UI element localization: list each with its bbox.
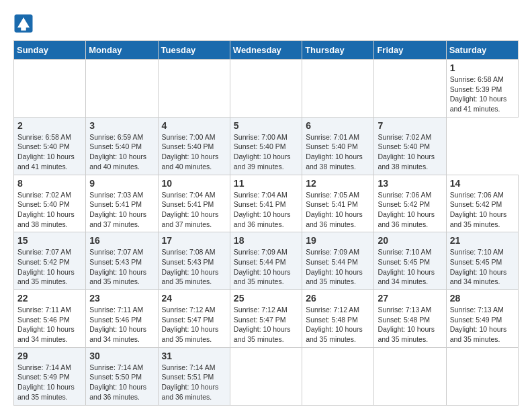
cell-info: Sunrise: 7:11 AMSunset: 5:46 PMDaylight:… [89,305,154,345]
calendar-cell: 15 Sunrise: 7:07 AMSunset: 5:42 PMDaylig… [14,232,86,290]
calendar-header-row: SundayMondayTuesdayWednesdayThursdayFrid… [14,41,519,60]
calendar-week-row: 15 Sunrise: 7:07 AMSunset: 5:42 PMDaylig… [14,232,519,290]
calendar-cell: 27 Sunrise: 7:13 AMSunset: 5:48 PMDaylig… [374,290,446,348]
day-number: 16 [89,235,154,246]
calendar-cell [374,347,446,405]
calendar-cell: 21 Sunrise: 7:10 AMSunset: 5:45 PMDaylig… [446,232,518,290]
calendar-cell: 10 Sunrise: 7:04 AMSunset: 5:41 PMDaylig… [158,175,230,232]
empty-cell [86,60,158,118]
calendar-cell: 22 Sunrise: 7:11 AMSunset: 5:46 PMDaylig… [14,290,86,348]
cell-info: Sunrise: 7:10 AMSunset: 5:45 PMDaylight:… [450,247,515,287]
day-number: 7 [378,120,442,131]
calendar-cell: 20 Sunrise: 7:10 AMSunset: 5:45 PMDaylig… [374,232,446,290]
calendar-cell: 6 Sunrise: 7:01 AMSunset: 5:40 PMDayligh… [302,117,374,175]
cell-info: Sunrise: 7:02 AMSunset: 5:40 PMDaylight:… [378,132,442,172]
cell-info: Sunrise: 7:08 AMSunset: 5:43 PMDaylight:… [162,247,226,287]
calendar-cell: 23 Sunrise: 7:11 AMSunset: 5:46 PMDaylig… [86,290,158,348]
calendar-cell: 29 Sunrise: 7:14 AMSunset: 5:49 PMDaylig… [14,347,86,405]
day-number: 13 [378,178,442,189]
day-number: 30 [89,351,154,361]
cell-info: Sunrise: 7:14 AMSunset: 5:50 PMDaylight:… [89,363,154,402]
svg-rect-2 [21,27,26,31]
calendar-cell: 1 Sunrise: 6:58 AMSunset: 5:39 PMDayligh… [446,60,518,118]
calendar-cell: 18 Sunrise: 7:09 AMSunset: 5:44 PMDaylig… [230,232,302,290]
day-header-friday: Friday [374,41,446,60]
empty-cell [302,60,374,118]
calendar-week-row: 8 Sunrise: 7:02 AMSunset: 5:40 PMDayligh… [14,175,519,232]
day-header-thursday: Thursday [302,41,374,60]
empty-cell [158,60,230,118]
calendar-cell: 5 Sunrise: 7:00 AMSunset: 5:40 PMDayligh… [230,117,302,175]
day-number: 10 [162,178,226,189]
cell-info: Sunrise: 7:12 AMSunset: 5:47 PMDaylight:… [162,305,226,345]
calendar-cell: 19 Sunrise: 7:09 AMSunset: 5:44 PMDaylig… [302,232,374,290]
day-number: 3 [89,120,154,131]
calendar-cell: 24 Sunrise: 7:12 AMSunset: 5:47 PMDaylig… [158,290,230,348]
day-number: 27 [378,293,442,304]
calendar-table: SundayMondayTuesdayWednesdayThursdayFrid… [13,40,519,406]
cell-info: Sunrise: 7:11 AMSunset: 5:46 PMDaylight:… [17,305,82,345]
cell-info: Sunrise: 7:04 AMSunset: 5:41 PMDaylight:… [162,190,226,230]
cell-info: Sunrise: 7:03 AMSunset: 5:41 PMDaylight:… [89,190,154,230]
calendar-cell [302,347,374,405]
calendar-cell: 7 Sunrise: 7:02 AMSunset: 5:40 PMDayligh… [374,117,446,175]
day-header-monday: Monday [86,41,158,60]
day-number: 28 [450,293,515,304]
day-number: 4 [162,120,226,131]
cell-info: Sunrise: 7:00 AMSunset: 5:40 PMDaylight:… [162,132,226,172]
day-number: 24 [162,293,226,304]
calendar-cell [230,347,302,405]
calendar-cell: 17 Sunrise: 7:08 AMSunset: 5:43 PMDaylig… [158,232,230,290]
cell-info: Sunrise: 7:05 AMSunset: 5:41 PMDaylight:… [306,190,370,230]
calendar-cell: 2 Sunrise: 6:58 AMSunset: 5:40 PMDayligh… [14,117,86,175]
cell-info: Sunrise: 7:02 AMSunset: 5:40 PMDaylight:… [17,190,82,230]
page-header [13,13,519,34]
day-number: 11 [234,178,298,189]
day-header-sunday: Sunday [14,41,86,60]
calendar-cell: 16 Sunrise: 7:07 AMSunset: 5:43 PMDaylig… [86,232,158,290]
calendar-cell: 4 Sunrise: 7:00 AMSunset: 5:40 PMDayligh… [158,117,230,175]
calendar-cell: 12 Sunrise: 7:05 AMSunset: 5:41 PMDaylig… [302,175,374,232]
day-number: 14 [450,178,515,189]
calendar-cell: 3 Sunrise: 6:59 AMSunset: 5:40 PMDayligh… [86,117,158,175]
cell-info: Sunrise: 7:12 AMSunset: 5:47 PMDaylight:… [234,305,298,345]
cell-info: Sunrise: 7:00 AMSunset: 5:40 PMDaylight:… [234,132,298,172]
day-header-tuesday: Tuesday [158,41,230,60]
logo-icon [13,13,34,34]
calendar-cell: 25 Sunrise: 7:12 AMSunset: 5:47 PMDaylig… [230,290,302,348]
day-number: 29 [17,351,82,361]
cell-info: Sunrise: 7:06 AMSunset: 5:42 PMDaylight:… [378,190,442,230]
calendar-cell: 30 Sunrise: 7:14 AMSunset: 5:50 PMDaylig… [86,347,158,405]
cell-info: Sunrise: 7:06 AMSunset: 5:42 PMDaylight:… [450,190,515,230]
cell-info: Sunrise: 7:09 AMSunset: 5:44 PMDaylight:… [306,247,370,287]
day-number: 21 [450,235,515,246]
cell-info: Sunrise: 7:01 AMSunset: 5:40 PMDaylight:… [306,132,370,172]
calendar-cell: 8 Sunrise: 7:02 AMSunset: 5:40 PMDayligh… [14,175,86,232]
calendar-cell: 31 Sunrise: 7:14 AMSunset: 5:51 PMDaylig… [158,347,230,405]
day-number: 22 [17,293,82,304]
calendar-cell: 14 Sunrise: 7:06 AMSunset: 5:42 PMDaylig… [446,175,518,232]
cell-info: Sunrise: 7:13 AMSunset: 5:49 PMDaylight:… [450,305,515,345]
cell-info: Sunrise: 7:13 AMSunset: 5:48 PMDaylight:… [378,305,442,345]
cell-info: Sunrise: 7:12 AMSunset: 5:48 PMDaylight:… [306,305,370,345]
cell-info: Sunrise: 6:59 AMSunset: 5:40 PMDaylight:… [89,132,154,172]
calendar-week-row: 29 Sunrise: 7:14 AMSunset: 5:49 PMDaylig… [14,347,519,405]
calendar-cell: 9 Sunrise: 7:03 AMSunset: 5:41 PMDayligh… [86,175,158,232]
day-number: 6 [306,120,370,131]
day-header-saturday: Saturday [446,41,518,60]
day-number: 18 [234,235,298,246]
logo [13,13,35,34]
day-number: 26 [306,293,370,304]
day-number: 12 [306,178,370,189]
empty-cell [374,60,446,118]
day-number: 20 [378,235,442,246]
day-number: 17 [162,235,226,246]
cell-info: Sunrise: 7:07 AMSunset: 5:42 PMDaylight:… [17,247,82,287]
cell-info: Sunrise: 7:07 AMSunset: 5:43 PMDaylight:… [89,247,154,287]
day-number: 25 [234,293,298,304]
day-number: 8 [17,178,82,189]
cell-info: Sunrise: 7:09 AMSunset: 5:44 PMDaylight:… [234,247,298,287]
cell-info: Sunrise: 6:58 AMSunset: 5:39 PMDaylight:… [450,75,515,114]
calendar-week-row: 22 Sunrise: 7:11 AMSunset: 5:46 PMDaylig… [14,290,519,348]
calendar-cell [446,347,518,405]
